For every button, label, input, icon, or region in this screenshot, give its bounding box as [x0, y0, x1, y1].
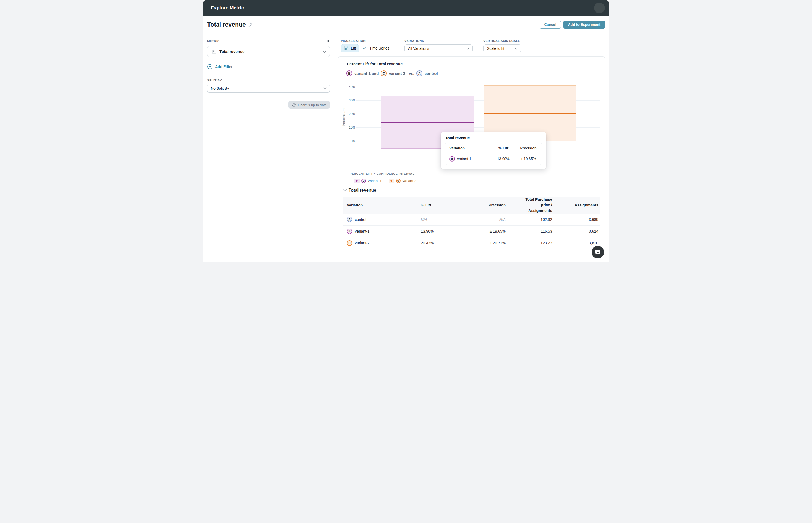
axis-scale-select-value: Scale to fit	[487, 47, 504, 51]
variation-name: control	[355, 217, 366, 222]
lift-toggle[interactable]: Lift	[341, 44, 359, 52]
subtitle-text: control	[425, 71, 438, 76]
remove-metric-button[interactable]	[326, 39, 330, 43]
tooltip-col-variation: Variation	[445, 146, 492, 150]
edit-metric-name-button[interactable]	[248, 22, 253, 27]
col-assignments: Assignments	[556, 203, 600, 207]
y-axis-ticks: 40%30%20%10%0%	[343, 83, 356, 152]
lift-value: N/A	[417, 217, 464, 222]
col-value: Total Purchase price / Assignments	[510, 197, 556, 213]
close-icon	[326, 39, 330, 43]
chart-panel: VISUALIZATION Lift Time Seri	[334, 33, 609, 262]
tooltip-table: Variation % Lift Precision B variant-1 1…	[445, 143, 542, 165]
col-precision: Precision	[464, 203, 510, 207]
axis-scale-select[interactable]: Scale to fit	[483, 44, 521, 52]
lift-toggle-label: Lift	[351, 46, 356, 50]
assignments-value: 3,610	[556, 241, 600, 245]
variation-name: variant-2	[355, 241, 369, 245]
purchase-price-value: 116.53	[510, 229, 556, 233]
subtitle-text: variant-2	[389, 71, 405, 76]
results-section-title: Total revenue	[349, 188, 376, 193]
visualization-label: VISUALIZATION	[341, 39, 399, 42]
time-series-chart-icon	[362, 46, 367, 51]
control-a-badge: A	[416, 70, 422, 76]
y-tick-label: 40%	[349, 85, 356, 89]
ci-swatch-purple-icon	[354, 179, 360, 183]
purchase-price-value: 123.22	[510, 241, 556, 245]
variations-label: VARIATIONS	[404, 39, 479, 42]
pencil-icon	[248, 22, 253, 27]
chevron-down-icon	[323, 49, 326, 53]
ci-legend-title: PERCENT LIFT + CONFIDENCE INTERVAL	[350, 172, 414, 175]
chart-controls: VISUALIZATION Lift Time Seri	[334, 33, 609, 56]
precision-value: N/A	[464, 217, 510, 222]
split-by-value: No Split By	[211, 86, 229, 90]
legend-label: Variant-2	[402, 179, 416, 183]
precision-value: ± 20.71%	[464, 241, 510, 245]
chart-title: Percent Lift for Total revenue	[347, 61, 403, 66]
modal-header: Explore Metric	[203, 0, 609, 16]
y-tick-label: 0%	[351, 139, 356, 143]
refresh-icon	[291, 103, 296, 107]
lift-line-variant-2[interactable]	[484, 113, 575, 114]
table-row-variant-2: C variant-2 20.43% ± 20.71% 123.22 3,610	[343, 237, 600, 249]
close-icon	[597, 5, 602, 11]
metric-select-value: Total revenue	[220, 49, 244, 54]
support-chat-button[interactable]	[591, 246, 604, 258]
subtitle-text: vs.	[409, 71, 414, 76]
results-table-header: Variation % Lift Precision Total Purchas…	[343, 197, 600, 214]
results-section-toggle[interactable]: Total revenue	[343, 188, 376, 193]
add-filter-label: Add Filter	[215, 65, 233, 69]
assignments-value: 3,624	[556, 229, 600, 233]
tooltip-precision-value: ± 19.65%	[515, 157, 542, 161]
variations-select-value: All Variations	[408, 47, 429, 51]
metric-select[interactable]: Total revenue	[207, 46, 330, 57]
purchase-price-value: 102.32	[510, 217, 556, 222]
add-to-experiment-button[interactable]: Add to Experiment	[563, 21, 605, 29]
legend-label: Variant-1	[368, 179, 382, 183]
chevron-down-icon	[323, 86, 327, 89]
lift-line-variant-1[interactable]	[381, 122, 474, 123]
lift-value: 13.90%	[417, 229, 464, 233]
chevron-down-icon	[466, 46, 469, 50]
results-table: Variation % Lift Precision Total Purchas…	[343, 197, 600, 249]
tooltip-col-lift: % Lift	[492, 146, 515, 150]
split-by-section-label: SPLIT BY	[207, 79, 330, 82]
variant-b-badge: B	[449, 156, 455, 162]
time-series-toggle[interactable]: Time Series	[362, 44, 389, 52]
lift-chart-card: Percent Lift for Total revenue B variant…	[338, 56, 605, 262]
modal-close-button[interactable]	[594, 3, 605, 13]
chevron-down-icon	[515, 46, 518, 50]
explore-metric-modal: Explore Metric Total revenue Cancel Add …	[203, 0, 609, 262]
time-series-toggle-label: Time Series	[369, 46, 389, 50]
split-by-select[interactable]: No Split By	[207, 84, 330, 93]
add-filter-button[interactable]: Add Filter	[207, 64, 233, 69]
col-lift: % Lift	[417, 203, 464, 207]
cancel-button[interactable]: Cancel	[540, 21, 561, 29]
legend-item-variant-2[interactable]: C Variant-2	[388, 179, 416, 183]
precision-value: ± 19.65%	[464, 229, 510, 233]
control-a-badge: A	[347, 217, 352, 222]
chevron-down-icon	[343, 188, 346, 191]
tooltip-lift-value: 13.90%	[492, 157, 515, 161]
legend-item-variant-1[interactable]: B Variant-1	[354, 179, 382, 183]
variant-b-badge: B	[361, 179, 366, 183]
page-title: Total revenue	[207, 21, 246, 28]
y-tick-label: 10%	[349, 126, 356, 129]
variant-b-badge: B	[346, 70, 352, 76]
title-bar: Total revenue Cancel Add to Experiment	[203, 16, 609, 33]
ci-swatch-orange-icon	[388, 179, 394, 183]
modal-title: Explore Metric	[211, 5, 244, 11]
variation-name: variant-1	[355, 229, 369, 233]
metric-config-panel: METRIC Total revenue Add Fi	[203, 33, 334, 262]
chat-bubble-icon	[594, 249, 601, 256]
table-row-control: A control N/A N/A 102.32 3,689	[343, 214, 600, 225]
variations-select[interactable]: All Variations	[404, 44, 472, 52]
col-variation: Variation	[343, 203, 417, 207]
variant-c-badge: C	[396, 179, 400, 183]
y-tick-label: 30%	[349, 98, 356, 102]
lift-chart-icon	[344, 46, 349, 51]
table-row-variant-1: B variant-1 13.90% ± 19.65% 116.53 3,624	[343, 225, 600, 237]
metric-icon	[211, 49, 217, 54]
metric-section-label: METRIC	[207, 40, 220, 43]
